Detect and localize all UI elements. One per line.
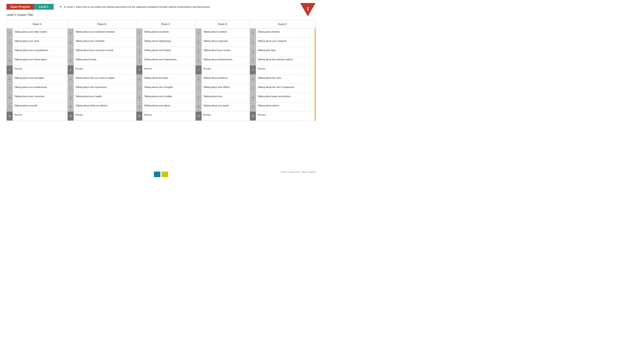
lesson-cell: 8Talking about goals and actions bbox=[250, 93, 315, 102]
lesson-number: 1 bbox=[196, 28, 202, 37]
lesson-number: 2 bbox=[7, 38, 13, 47]
lesson-cell: 8Talking about your memories bbox=[7, 93, 68, 102]
lesson-text: Talking about your memories bbox=[13, 93, 68, 102]
lesson-cell: 7Talking about your weaknesses bbox=[7, 84, 68, 93]
lesson-number: 6 bbox=[196, 75, 202, 84]
rank-c-header: Rank C bbox=[136, 20, 196, 28]
lesson-number: 9 bbox=[136, 102, 142, 111]
footer-blue-square bbox=[154, 172, 160, 177]
lesson-cell: 4Talking about achievements bbox=[195, 56, 250, 65]
lesson-cell: 10Review bbox=[250, 111, 315, 121]
lesson-text: Talking about your acquaintance bbox=[13, 47, 68, 56]
table-row: 5Review5Review5Review5Review5Review bbox=[7, 65, 315, 75]
lesson-cell: 5Review bbox=[195, 65, 250, 75]
lesson-number: 10 bbox=[136, 111, 142, 120]
lesson-cell: 2Talking about your research bbox=[250, 38, 315, 47]
table-row: 3Talking about your acquaintance3Talking… bbox=[7, 47, 315, 56]
lesson-cell: 1Talking about your weekend schedule bbox=[68, 28, 136, 38]
badge-level: Level 1 bbox=[34, 4, 54, 10]
lesson-text: Talking about your future plans bbox=[13, 56, 68, 65]
table-row: 6Talking about your strengths6Talking ab… bbox=[7, 75, 315, 84]
lesson-text: Talking about time bbox=[202, 93, 250, 102]
lesson-text: Talking about your Impressions bbox=[142, 56, 195, 65]
lesson-cell: 2Talking about your schedule bbox=[68, 38, 136, 47]
lesson-number: 6 bbox=[68, 75, 74, 84]
lesson-cell: 6Talking about problems bbox=[195, 75, 250, 84]
lesson-text: Talking about your commute to work bbox=[74, 47, 136, 56]
lesson-text: Talking about your daily routine bbox=[13, 28, 68, 37]
lesson-text: Talking about your goals bbox=[202, 102, 250, 111]
lesson-number: 2 bbox=[68, 38, 74, 47]
lesson-text: Talking about your results bbox=[202, 47, 250, 56]
lesson-cell: 6Talking about your strengths bbox=[7, 75, 68, 84]
table-row: 2Talking about your work2Talking about y… bbox=[7, 38, 315, 47]
triangle-badge-container: 1 bbox=[300, 3, 316, 16]
footer-yellow-square bbox=[162, 172, 168, 177]
lesson-cell: 6Talking about the news bbox=[136, 75, 196, 84]
lesson-text: Review bbox=[74, 65, 136, 74]
lesson-text: Talking about numbers bbox=[202, 28, 250, 37]
lesson-number: 7 bbox=[136, 84, 142, 93]
lesson-number: 1 bbox=[136, 28, 142, 37]
lesson-text: Talking about your weaknesses bbox=[13, 84, 68, 93]
lesson-cell: 9Talking about your failure bbox=[136, 102, 196, 111]
lesson-number: 8 bbox=[250, 93, 256, 102]
lesson-number: 3 bbox=[136, 47, 142, 56]
lesson-text: Talking about yourself bbox=[13, 102, 68, 111]
lesson-text: Talking about your experience bbox=[74, 84, 136, 93]
lesson-text: Talking about local history bbox=[142, 47, 195, 56]
lesson-number: 10 bbox=[7, 111, 13, 120]
lesson-cell: 4Talking about the industry outlook bbox=[250, 56, 315, 65]
lesson-number: 3 bbox=[250, 47, 256, 56]
lesson-text: Talking about the use of equipment bbox=[256, 84, 315, 93]
lesson-cell: 3Talking about your commute to work bbox=[68, 47, 136, 56]
header-description: • In Level 1, learn how to use polite an… bbox=[60, 4, 211, 9]
lesson-cell: 9Talking about yourself bbox=[7, 102, 68, 111]
lesson-number: 2 bbox=[250, 38, 256, 47]
table-row: 1Talking about your daily routine1Talkin… bbox=[7, 28, 315, 38]
rank-a-header: Rank A bbox=[7, 20, 68, 28]
header: Zipan Program Level 1 • In Level 1, lear… bbox=[0, 0, 322, 12]
lesson-cell: 7Talking about the use of equipment bbox=[250, 84, 315, 93]
lesson-number: 7 bbox=[7, 84, 13, 93]
footer-label: Level 1 Lesson Title - Zipan Program bbox=[280, 171, 316, 173]
lesson-text: Talking about advice bbox=[256, 102, 315, 111]
lesson-cell: 1Talking about souvenirs bbox=[136, 28, 196, 38]
lesson-cell: 8Talking about your health bbox=[68, 93, 136, 102]
lesson-number: 3 bbox=[196, 47, 202, 56]
lesson-text: Talking abut data bbox=[256, 47, 315, 56]
lesson-cell: 1Talking about numbers bbox=[195, 28, 250, 38]
lesson-cell: 5Review bbox=[250, 65, 315, 75]
lesson-cell: 4Talking about your Impressions bbox=[136, 56, 196, 65]
lesson-number: 5 bbox=[7, 65, 13, 74]
lesson-number: 4 bbox=[7, 56, 13, 65]
lesson-text: Review bbox=[202, 111, 250, 120]
lesson-text: Review bbox=[142, 65, 195, 74]
lesson-number: 10 bbox=[250, 111, 256, 120]
lesson-text: Review bbox=[256, 65, 315, 74]
lesson-cell: 2Talking about your work bbox=[7, 38, 68, 47]
lesson-text: Talking about your troubles bbox=[142, 93, 195, 102]
lesson-cell: 7Talking about your experience bbox=[68, 84, 136, 93]
lesson-cell: 3Talking about local history bbox=[136, 47, 196, 56]
lesson-number: 4 bbox=[136, 56, 142, 65]
lesson-cell: 5Review bbox=[7, 65, 68, 75]
lesson-text: Talking about why you came to Japan bbox=[74, 75, 136, 84]
lesson-number: 7 bbox=[250, 84, 256, 93]
lesson-text: Talking about fashion bbox=[256, 28, 315, 37]
lesson-text: Talking about timing bbox=[74, 56, 136, 65]
lesson-cell: 10Review bbox=[68, 111, 136, 121]
lesson-cell: 2Talking about sightseeing bbox=[136, 38, 196, 47]
lesson-text: Review bbox=[13, 65, 68, 74]
lesson-number: 10 bbox=[196, 111, 202, 120]
lesson-text: Talking about your thoughts bbox=[142, 84, 195, 93]
rank-d-header: Rank D bbox=[195, 20, 250, 28]
lesson-cell: 8Talking about your troubles bbox=[136, 93, 196, 102]
lesson-cell: 4Talking about your future plans bbox=[7, 56, 68, 65]
lesson-text: Talking about achievements bbox=[202, 56, 250, 65]
table-header-row: Rank A Rank B Rank C Rank D Rank E bbox=[7, 20, 315, 28]
lesson-number: 10 bbox=[68, 111, 74, 120]
lesson-text: Review bbox=[202, 65, 250, 74]
lesson-text: Talking about the news bbox=[142, 75, 195, 84]
lesson-number: 4 bbox=[250, 56, 256, 65]
